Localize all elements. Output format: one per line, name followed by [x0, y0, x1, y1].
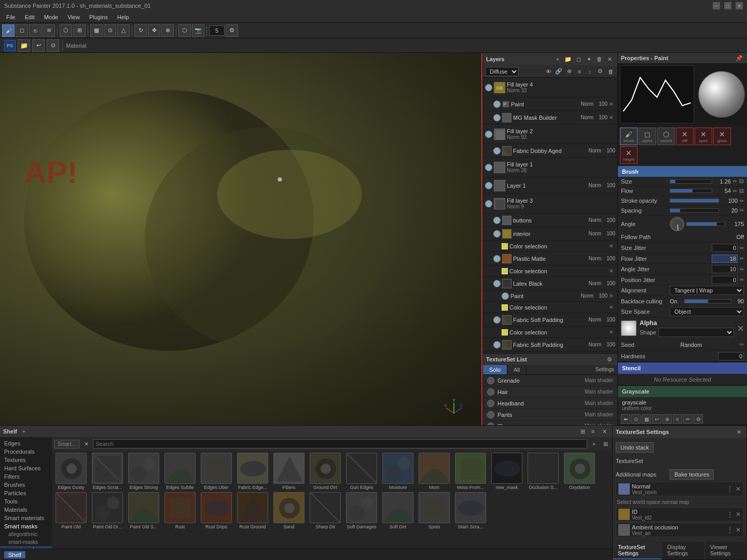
shelf-cat-procedurals[interactable]: Procedurals — [0, 447, 52, 456]
layers-delete-btn[interactable]: 🗑 — [594, 54, 604, 64]
tool-uv[interactable]: ⊞ — [73, 24, 86, 37]
shelf-cat-edges[interactable]: Edges — [0, 439, 52, 447]
alpha-shape-dropdown[interactable] — [658, 328, 734, 337]
layers-settings-btn[interactable]: ⚙ — [596, 67, 605, 76]
layer-item[interactable]: Fabric Soft Padding Norm 100 — [483, 338, 617, 352]
layer-item[interactable]: Levels ✕ — [483, 352, 617, 353]
texset-item-pants[interactable]: Pants Main shader — [483, 409, 617, 421]
tool-pan[interactable]: ✥ — [148, 24, 160, 37]
shelf-item[interactable]: Edges Uber — [199, 453, 233, 490]
secondary-btn1[interactable]: 📁 — [18, 39, 30, 52]
layer-item[interactable]: Color selection ✕ — [483, 302, 617, 313]
shelf-subcat-allegorithmic[interactable]: allegorithmic — [0, 530, 52, 538]
gs-btn7[interactable]: ✏ — [683, 414, 693, 424]
shelf-bottom-shelf-tab[interactable]: Shelf — [4, 551, 25, 558]
layer-eye[interactable] — [493, 101, 501, 108]
alignment-dropdown[interactable]: Tangent | Wrap — [670, 286, 744, 295]
textureset-settings-link[interactable]: Settings — [592, 365, 617, 374]
layer-item[interactable]: interior Norm 100 — [483, 227, 617, 241]
size-edit-btn[interactable]: ✏ — [733, 178, 737, 184]
texset-settings-close-btn[interactable]: ✕ — [734, 427, 743, 437]
shelf-item[interactable]: Occlusion S... — [526, 453, 560, 490]
undo-stack-btn[interactable]: Undo stack — [616, 442, 654, 453]
shelf-item[interactable]: Rust Ground — [236, 492, 270, 529]
shelf-subcat-smart-masks1[interactable]: smart-masks — [0, 538, 52, 546]
menu-view[interactable]: View — [63, 13, 84, 21]
shelf-item[interactable]: Edges Scrat... — [90, 453, 125, 490]
layer-eye[interactable] — [485, 131, 492, 138]
shelf-item[interactable]: Edges Dusty — [54, 453, 88, 490]
shelf-filter-close-btn[interactable]: ✕ — [81, 439, 91, 449]
shelf-item[interactable]: Rust — [163, 492, 197, 529]
spacing-edit-btn[interactable]: ✏ — [740, 207, 744, 213]
shelf-item[interactable]: Paint Old S... — [127, 492, 161, 529]
layer-eye[interactable] — [485, 164, 492, 171]
shelf-cat-filters[interactable]: Filters — [0, 472, 52, 481]
layer-eye[interactable] — [493, 316, 501, 324]
shelf-item[interactable]: Soft Dirt — [381, 492, 415, 529]
world-normal-btn[interactable]: Select world space normal map — [616, 497, 743, 507]
layer-item[interactable]: Latex Black Norm 100 — [483, 277, 617, 290]
shelf-cat-tools[interactable]: Tools — [0, 497, 52, 506]
shelf-item[interactable]: Spots — [417, 492, 451, 529]
gs-btn3[interactable]: ▦ — [642, 414, 651, 424]
textureset-settings-btn[interactable]: ⚙ — [605, 355, 614, 364]
layer-eye[interactable] — [493, 147, 501, 155]
shelf-import-btn[interactable]: + — [589, 439, 599, 449]
ao-map-menu[interactable]: ⋮ — [726, 526, 734, 534]
shelf-cat-materials[interactable]: Materials — [0, 506, 52, 514]
shelf-item[interactable]: Fibers — [272, 453, 306, 490]
shelf-item[interactable]: Soft Damages — [344, 492, 379, 529]
shelf-item[interactable]: Sharp Dit — [308, 492, 342, 529]
shelf-item[interactable]: Stain Scra... — [453, 492, 488, 529]
properties-pin-btn[interactable]: 📌 — [735, 53, 744, 63]
layer-item[interactable]: Paint Norm 100 ✕ — [483, 290, 617, 302]
angle-jitter-edit[interactable]: ✏ — [740, 267, 744, 272]
shelf-item[interactable]: Moisture — [381, 453, 415, 490]
normal-map-close[interactable]: ✕ — [736, 485, 741, 493]
layer-eye[interactable] — [493, 255, 501, 262]
layers-visibility-btn[interactable]: 👁 — [544, 67, 553, 76]
channel-spec[interactable]: ✕ spec — [695, 128, 712, 145]
brush-size-input[interactable]: 5 — [209, 25, 225, 36]
layers-close-btn[interactable]: ✕ — [605, 54, 614, 64]
tab-display-settings[interactable]: Display Settings — [662, 542, 704, 559]
gs-btn1[interactable]: ⬅ — [621, 414, 630, 424]
channel-alpha[interactable]: ◻ alpha — [639, 128, 656, 145]
backface-slider[interactable] — [684, 299, 731, 303]
tool-3d[interactable]: ⬡ — [60, 24, 72, 37]
layer-eye[interactable] — [502, 292, 509, 300]
secondary-btn3[interactable]: ⊙ — [47, 39, 59, 52]
shelf-filter-tab[interactable]: Smart... — [54, 440, 79, 449]
tab-solo[interactable]: Solo — [483, 365, 507, 374]
angle-dial[interactable] — [670, 217, 684, 231]
layer-item[interactable]: Color selection ✕ — [483, 327, 617, 338]
layer-eye[interactable] — [485, 182, 492, 189]
flow-random-btn[interactable]: ⚄ — [739, 188, 744, 194]
layer-item[interactable]: Color selection ✕ — [483, 265, 617, 277]
menu-plugins[interactable]: Plugins — [85, 13, 112, 21]
minimize-button[interactable]: ─ — [713, 2, 720, 9]
layer-remove-btn[interactable]: ✕ — [609, 268, 615, 274]
gs-btn4[interactable]: ↩ — [652, 414, 661, 424]
tool-bake[interactable]: ⬡ — [178, 24, 191, 37]
stroke-opacity-edit-btn[interactable]: ✏ — [740, 198, 744, 204]
normal-map-menu[interactable]: ⋮ — [726, 485, 734, 493]
viewport[interactable]: AP! X Z Y — [0, 53, 482, 425]
channel-gloss[interactable]: ✕ gloss — [713, 128, 731, 145]
layer-eye[interactable] — [485, 200, 492, 207]
alpha-close-btn[interactable]: ✕ — [737, 324, 744, 333]
shelf-search-input[interactable] — [93, 439, 587, 449]
tool-fill[interactable]: ▦ — [90, 24, 103, 37]
layer-item[interactable]: Plastic Matte Norm 100 — [483, 252, 617, 265]
maximize-button[interactable]: □ — [724, 2, 731, 9]
shelf-item[interactable]: new_mask — [490, 453, 524, 490]
id-map-close[interactable]: ✕ — [736, 511, 741, 518]
layer-remove-btn[interactable]: ✕ — [609, 243, 615, 249]
layer-eye[interactable] — [493, 341, 501, 348]
layers-sort-btn[interactable]: ↕ — [585, 67, 594, 76]
shelf-item[interactable]: Edges Subtle — [163, 453, 197, 490]
texset-item-headband[interactable]: Headband Main shader — [483, 398, 617, 409]
layer-item[interactable]: Color selection ✕ — [483, 241, 617, 252]
shelf-item[interactable]: Ground Dirt — [308, 453, 342, 490]
